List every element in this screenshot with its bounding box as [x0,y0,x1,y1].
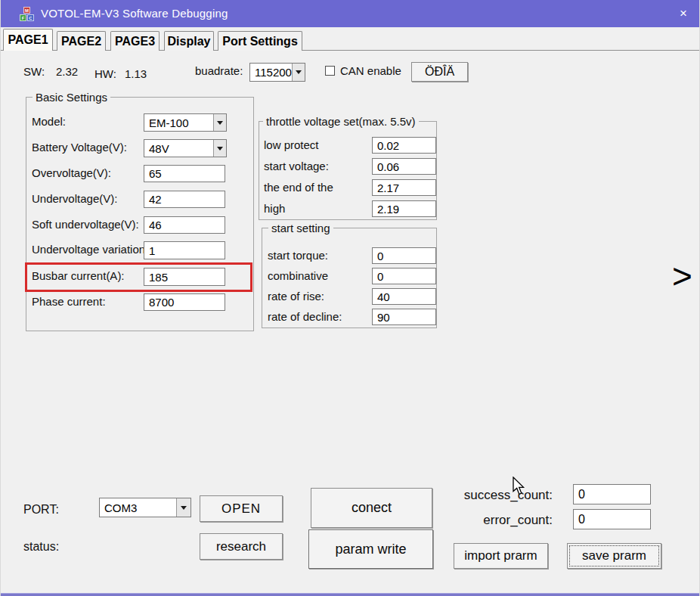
window-bottom-border [1,593,700,596]
battery-voltage-select[interactable]: 48V [144,139,227,157]
error-count-input[interactable]: 0 [573,509,651,529]
undervoltage-input[interactable]: 42 [144,191,225,208]
chevron-down-icon[interactable] [213,114,226,131]
combinative-input[interactable]: 0 [372,268,436,284]
busbar-current-highlight [25,262,252,292]
window-title: VOTOL-EM-V3 Software Debugging [41,7,228,20]
start-torque-label: start torque: [268,249,328,262]
open-button[interactable]: OPEN [200,495,283,522]
connect-button[interactable]: conect [311,488,432,528]
titlebar: M F C VOTOL-EM-V3 Software Debugging × [1,0,700,27]
mouse-cursor [513,476,526,499]
throttle-voltage-legend: throttle voltage set(max. 5.5v) [263,115,419,128]
port-select[interactable]: COM3 [99,498,191,517]
soft-undervoltage-label: Soft undervoltage(V): [32,218,139,231]
model-select[interactable]: EM-100 [144,113,227,132]
can-enable-label: CAN enable [340,64,401,77]
baudrate-select[interactable]: 115200 [249,63,305,82]
undervoltage-variation-label: Undervoltage variation: [32,243,148,256]
high-label: high [264,202,285,215]
research-button[interactable]: research [200,533,283,560]
low-protect-label: low protect [264,138,319,151]
soft-undervoltage-input[interactable]: 46 [144,216,225,234]
high-input[interactable]: 2.19 [372,200,436,217]
baudrate-value: 115200 [250,64,292,81]
basic-settings-legend: Basic Settings [33,91,110,104]
app-window: M F C VOTOL-EM-V3 Software Debugging × P… [0,0,700,596]
start-voltage-label: start voltage: [264,160,329,172]
tab-page1[interactable]: PAGE1 [3,29,53,51]
throttle-voltage-group: throttle voltage set(max. 5.5v) low prot… [259,121,437,220]
status-label: status: [23,540,59,554]
end-of-the-label: the end of the [264,181,333,194]
phase-current-input[interactable]: 8700 [144,293,225,311]
sw-label: SW: [23,65,45,78]
save-param-button[interactable]: save prarm [567,543,661,569]
rate-of-decline-input[interactable]: 90 [372,309,436,325]
port-label: PORT: [23,503,59,517]
param-write-button[interactable]: param write [308,529,433,569]
language-button[interactable]: ÖÐÎÄ [411,62,468,82]
hw-label: HW: [94,67,116,80]
can-enable-checkbox[interactable] [325,66,335,76]
battery-voltage-value: 48V [144,140,213,157]
tab-page3[interactable]: PAGE3 [110,31,160,51]
error-count-label: error_count: [424,513,553,528]
battery-voltage-label: Battery Voltage(V): [32,141,127,154]
start-voltage-input[interactable]: 0.06 [372,158,436,175]
start-setting-legend: start setting [268,222,333,234]
rate-of-rise-input[interactable]: 40 [372,288,436,305]
chevron-down-icon[interactable] [292,64,305,81]
overvoltage-label: Overvoltage(V): [32,166,111,179]
app-icon-block-c: C [27,14,34,21]
rate-of-rise-label: rate of rise: [268,290,324,303]
app-icon: M F C [20,7,34,21]
close-icon[interactable]: × [666,0,700,27]
success-count-label: success_count: [424,488,553,503]
tab-port-settings[interactable]: Port Settings [218,31,302,51]
app-icon-block-m: M [23,7,30,14]
port-value: COM3 [100,498,176,517]
success-count-input[interactable]: 0 [573,484,651,504]
basic-settings-group: Basic Settings Model: EM-100 Battery Vol… [26,97,254,331]
combinative-label: combinative [268,269,328,282]
low-protect-input[interactable]: 0.02 [372,137,436,154]
tab-display[interactable]: Display [164,31,214,51]
start-torque-input[interactable]: 0 [372,247,436,264]
overvoltage-input[interactable]: 65 [144,165,225,182]
app-icon-block-f: F [20,14,26,21]
undervoltage-variation-input[interactable]: 1 [144,241,225,259]
tab-page2[interactable]: PAGE2 [57,31,106,51]
end-of-the-input[interactable]: 2.17 [372,179,436,196]
model-value: EM-100 [144,114,213,131]
baudrate-label: buadrate: [195,64,243,77]
sw-value: 2.32 [56,65,78,78]
hw-value: 1.13 [125,67,147,80]
chevron-down-icon[interactable] [213,140,226,157]
rate-of-decline-label: rate of decline: [268,310,342,323]
import-param-button[interactable]: import prarm [454,543,548,569]
start-setting-group: start setting start torque: 0 combinativ… [262,228,437,328]
model-label: Model: [32,115,66,128]
chevron-down-icon[interactable] [176,498,190,517]
undervoltage-label: Undervoltage(V): [32,192,117,205]
next-page-arrow[interactable]: > [672,256,692,296]
phase-current-label: Phase current: [32,295,106,308]
